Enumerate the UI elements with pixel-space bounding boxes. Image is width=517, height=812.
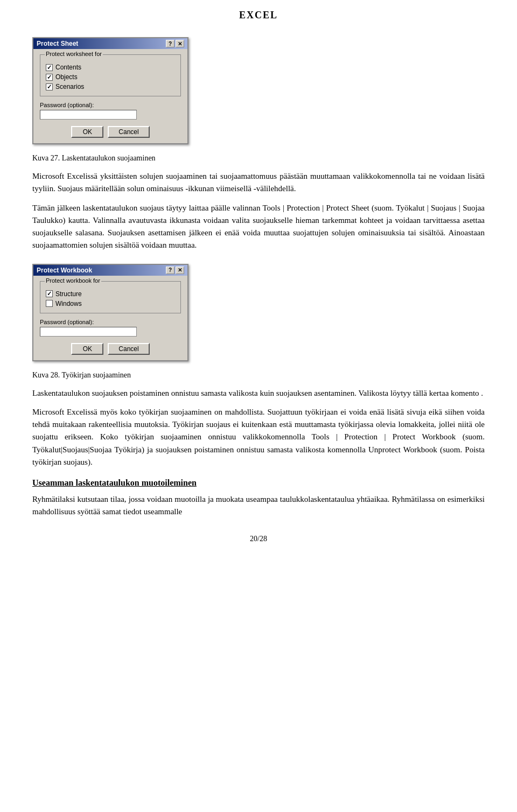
windows-checkbox[interactable]	[46, 300, 53, 307]
dialog1-titlebar-buttons: ? ✕	[166, 40, 184, 47]
dialog1-password-input[interactable]	[40, 110, 137, 120]
paragraph-4: Microsoft Excelissä myös koko työkirjan …	[32, 406, 485, 468]
dialog2-group-label: Protect workbook for	[45, 277, 101, 284]
dialog2-groupbox: Protect workbook for Structure Windows	[40, 281, 181, 313]
dialog1-group-label: Protect worksheet for	[45, 51, 103, 57]
caption-fig27: Kuva 27. Laskentataulukon suojaaminen	[32, 154, 485, 163]
dialog2-help-button[interactable]: ?	[166, 267, 174, 274]
dialog2-titlebar: Protect Workbook ? ✕	[33, 265, 187, 276]
dialog1-checkbox-objects[interactable]: Objects	[46, 73, 175, 81]
dialog2-buttons: OK Cancel	[40, 341, 181, 356]
protect-workbook-dialog: Protect Workbook ? ✕ Protect workbook fo…	[32, 264, 188, 361]
page-number: 20/28	[32, 535, 485, 552]
paragraph-5: Ryhmätilaksi kutsutaan tilaa, jossa void…	[32, 493, 485, 519]
dialog2-ok-button[interactable]: OK	[71, 343, 103, 355]
scenarios-checkbox[interactable]	[46, 83, 53, 90]
dialog1-password-label: Password (optional):	[40, 102, 181, 108]
dialog1-close-button[interactable]: ✕	[176, 40, 184, 47]
dialog1-ok-button[interactable]: OK	[71, 126, 103, 138]
objects-checkbox[interactable]	[46, 74, 53, 81]
dialog2-close-button[interactable]: ✕	[176, 267, 184, 274]
dialog1-help-button[interactable]: ?	[166, 40, 174, 47]
windows-label: Windows	[55, 300, 82, 307]
paragraph-1: Microsoft Excelissä yksittäisten solujen…	[32, 170, 485, 195]
objects-label: Objects	[55, 73, 78, 81]
dialog2-checkbox-windows[interactable]: Windows	[46, 300, 175, 307]
dialog2-password-label: Password (optional):	[40, 319, 181, 325]
structure-checkbox[interactable]	[46, 290, 53, 297]
paragraph-3: Laskentataulukon suojauksen poistaminen …	[32, 387, 485, 400]
scenarios-label: Scenarios	[55, 83, 84, 90]
paragraph-2: Tämän jälkeen laskentataulukon suojaus t…	[32, 202, 485, 252]
dialog2-title: Protect Workbook	[37, 267, 92, 274]
dialog1-checkbox-scenarios[interactable]: Scenarios	[46, 83, 175, 90]
dialog1-checkbox-contents[interactable]: Contents	[46, 64, 175, 71]
dialog1-title: Protect Sheet	[37, 40, 78, 47]
dialog2-cancel-button[interactable]: Cancel	[108, 343, 149, 355]
contents-label: Contents	[55, 64, 81, 71]
dialog2-titlebar-buttons: ? ✕	[166, 267, 184, 274]
section-heading: Useamman laskentataulukon muotoileminen	[32, 478, 485, 488]
caption-fig28: Kuva 28. Työkirjan suojaaminen	[32, 371, 485, 380]
page-title: EXCEL	[0, 0, 517, 26]
contents-checkbox[interactable]	[46, 64, 53, 71]
dialog1-groupbox: Protect worksheet for Contents Objects	[40, 54, 181, 96]
dialog2-password-input[interactable]	[40, 327, 137, 337]
structure-label: Structure	[55, 290, 82, 298]
dialog1-buttons: OK Cancel	[40, 124, 181, 139]
dialog2-checkbox-structure[interactable]: Structure	[46, 290, 175, 298]
dialog1-titlebar: Protect Sheet ? ✕	[33, 38, 187, 49]
protect-sheet-dialog: Protect Sheet ? ✕ Protect worksheet for …	[32, 37, 188, 144]
dialog1-cancel-button[interactable]: Cancel	[108, 126, 149, 138]
